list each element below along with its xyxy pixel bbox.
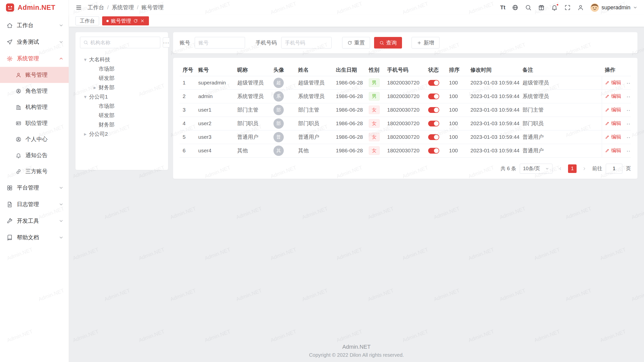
prev-page-button[interactable] bbox=[556, 164, 565, 173]
edit-icon bbox=[605, 94, 610, 99]
gift-icon[interactable] bbox=[538, 4, 545, 11]
tree-caret-icon[interactable] bbox=[82, 94, 89, 100]
refresh-icon[interactable] bbox=[133, 19, 138, 23]
paper-plane-icon bbox=[7, 39, 13, 45]
cell-birthday: 1986-06-28 bbox=[333, 103, 366, 117]
tree-node-label: 研发部 bbox=[99, 112, 114, 119]
add-button[interactable]: 新增 bbox=[412, 37, 439, 49]
tree-caret-icon[interactable] bbox=[82, 131, 89, 137]
sidebar-item-profile-center[interactable]: 个人中心 bbox=[0, 131, 69, 147]
edit-button[interactable]: 编辑 bbox=[605, 120, 621, 127]
tree-node[interactable]: 财务部 bbox=[80, 120, 164, 129]
tree-node[interactable]: 分公司1 bbox=[80, 92, 164, 101]
status-toggle[interactable] bbox=[428, 107, 439, 113]
sidebar-item-workbench[interactable]: 工作台 bbox=[0, 17, 69, 34]
status-toggle[interactable] bbox=[428, 148, 439, 154]
sidebar-item-log[interactable]: 日志管理 bbox=[0, 196, 69, 213]
user-avatar bbox=[590, 3, 599, 12]
sidebar-item-account-mgmt[interactable]: 账号管理 bbox=[0, 67, 69, 83]
reset-button[interactable]: 重置 bbox=[342, 37, 370, 49]
edit-button[interactable]: 编辑 bbox=[605, 106, 621, 113]
tree-more-button[interactable]: ··· bbox=[163, 37, 170, 48]
tree-node[interactable]: 研发部 bbox=[80, 111, 164, 120]
page-number-active[interactable]: 1 bbox=[568, 164, 577, 173]
more-actions-button[interactable]: ··· bbox=[627, 135, 631, 140]
goto-page-input[interactable] bbox=[606, 164, 622, 174]
status-toggle[interactable] bbox=[428, 121, 439, 126]
status-toggle[interactable] bbox=[428, 80, 439, 86]
tree-node[interactable]: 市场部 bbox=[80, 101, 164, 111]
edit-icon bbox=[605, 148, 610, 153]
cell-avatar: 部 bbox=[270, 103, 295, 117]
tab-account-mgmt[interactable]: 账号管理 bbox=[102, 16, 149, 25]
toggle-knob bbox=[434, 135, 439, 140]
hamburger-menu-icon[interactable] bbox=[75, 4, 82, 11]
tree-node[interactable]: 财务部 bbox=[80, 83, 164, 92]
sidebar-item-label: 帮助文档 bbox=[17, 234, 39, 241]
column-header: 出生日期 bbox=[333, 64, 366, 76]
sidebar-item-org-mgmt[interactable]: 机构管理 bbox=[0, 99, 69, 115]
tab-workbench[interactable]: 工作台 bbox=[75, 16, 99, 25]
sidebar-item-system[interactable]: 系统管理 bbox=[0, 50, 69, 67]
edit-button-label: 编辑 bbox=[611, 120, 621, 127]
edit-button[interactable]: 编辑 bbox=[605, 147, 621, 154]
font-size-icon[interactable]: Tt bbox=[500, 4, 505, 11]
cell-modify-time: 2023-01-03 10:59:44 bbox=[467, 103, 519, 117]
edit-button[interactable]: 编辑 bbox=[605, 133, 621, 140]
sidebar-item-help-docs[interactable]: 帮助文档 bbox=[0, 229, 69, 246]
cell-remark: 系统管理员 bbox=[519, 89, 602, 103]
fullscreen-icon[interactable] bbox=[564, 4, 571, 11]
cell-operations: 编辑 ··· bbox=[602, 76, 631, 89]
more-actions-button[interactable]: ··· bbox=[627, 108, 631, 113]
sidebar-item-biz-test[interactable]: 业务测试 bbox=[0, 34, 69, 50]
tree-node[interactable]: 市场部 bbox=[80, 64, 164, 73]
home-icon bbox=[7, 22, 13, 29]
close-icon[interactable] bbox=[140, 19, 145, 23]
edit-button[interactable]: 编辑 bbox=[605, 93, 621, 100]
column-header: 修改时间 bbox=[467, 64, 519, 76]
sidebar-item-dev-tools[interactable]: 开发工具 bbox=[0, 213, 69, 229]
status-toggle[interactable] bbox=[428, 134, 439, 140]
table-body: 1 superadmin 超级管理员 超 超级管理员 1986-06-28 男 … bbox=[180, 76, 631, 157]
breadcrumb-item[interactable]: 工作台 bbox=[88, 4, 104, 11]
table-row: 3 user1 部门主管 部 部门主管 1986-06-28 女 1802003… bbox=[180, 103, 631, 117]
gender-badge: 女 bbox=[369, 106, 380, 114]
tree-node[interactable]: 研发部 bbox=[80, 73, 164, 83]
more-actions-button[interactable]: ··· bbox=[627, 148, 631, 154]
tree-caret-icon[interactable] bbox=[91, 84, 99, 90]
column-header: 姓名 bbox=[295, 64, 333, 76]
sidebar-item-platform[interactable]: 平台管理 bbox=[0, 179, 69, 196]
tree-caret-icon[interactable] bbox=[82, 57, 89, 63]
more-actions-button[interactable]: ··· bbox=[627, 80, 631, 86]
globe-icon[interactable] bbox=[512, 4, 518, 11]
cell-sort: 100 bbox=[446, 89, 467, 103]
status-toggle[interactable] bbox=[428, 94, 439, 99]
user-icon[interactable] bbox=[577, 4, 584, 11]
page-size-select[interactable]: 10条/页 bbox=[520, 164, 552, 174]
next-page-button[interactable] bbox=[580, 164, 589, 173]
toggle-knob bbox=[434, 121, 439, 126]
edit-button[interactable]: 编辑 bbox=[605, 79, 621, 86]
search-button[interactable]: 查询 bbox=[374, 37, 402, 49]
sidebar-item-position-mgmt[interactable]: 职位管理 bbox=[0, 115, 69, 131]
app-logo[interactable]: Admin.NET bbox=[0, 0, 69, 15]
tree-node[interactable]: 大名科技 bbox=[80, 55, 164, 64]
cell-nickname: 系统管理员 bbox=[234, 89, 270, 103]
sidebar-item-notice[interactable]: 通知公告 bbox=[0, 147, 69, 163]
breadcrumb-item[interactable]: 系统管理 bbox=[112, 4, 134, 11]
cell-status bbox=[425, 117, 446, 130]
sidebar-item-third-party-account[interactable]: 三方账号 bbox=[0, 163, 69, 179]
account-input[interactable] bbox=[195, 37, 245, 49]
tree-node[interactable]: 分公司2 bbox=[80, 129, 164, 139]
reset-button-label: 重置 bbox=[354, 39, 365, 46]
phone-input[interactable] bbox=[281, 37, 332, 49]
sidebar-item-role-mgmt[interactable]: 角色管理 bbox=[0, 83, 69, 99]
tree-node-label: 研发部 bbox=[99, 75, 114, 82]
search-icon[interactable] bbox=[525, 4, 532, 11]
more-actions-button[interactable]: ··· bbox=[627, 94, 631, 100]
user-menu[interactable]: superadmin bbox=[590, 3, 637, 12]
org-search-input[interactable] bbox=[90, 40, 157, 46]
bell-icon[interactable] bbox=[551, 4, 558, 11]
gender-badge: 男 bbox=[369, 92, 380, 101]
more-actions-button[interactable]: ··· bbox=[627, 121, 631, 127]
